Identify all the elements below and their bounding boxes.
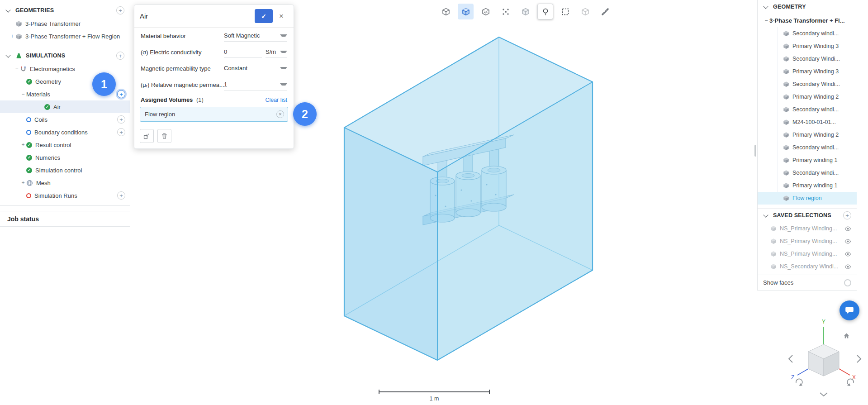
tree-item-3phase-transformer-flow-region[interactable]: + 3-Phase Transformer + Flow Region	[0, 30, 130, 43]
tree-item-air[interactable]: ✓ Air	[0, 100, 130, 113]
flow-region-box[interactable]	[344, 37, 593, 360]
geometry-tree-item[interactable]: Primary winding 1	[758, 154, 857, 167]
clear-list-link[interactable]: Clear list	[265, 97, 287, 103]
expand-icon[interactable]: +	[20, 180, 26, 186]
chevron-down-icon	[280, 83, 287, 86]
saved-selection-item[interactable]: NS_Primary Winding...	[758, 222, 857, 235]
add-coil-button[interactable]: +	[117, 115, 125, 124]
rotate-right-chevron[interactable]	[857, 355, 861, 362]
confirm-button[interactable]: ✓	[255, 9, 273, 23]
geometries-section-header[interactable]: GEOMETRIES +	[0, 4, 130, 17]
tree-item-label: Geometry	[35, 78, 61, 85]
geometry-tree-item[interactable]: Secondary windi...	[758, 141, 857, 154]
light-toggle-button[interactable]	[537, 4, 553, 19]
geometry-tree-item[interactable]: Primary Winding 2	[758, 91, 857, 103]
add-boundary-condition-button[interactable]: +	[117, 128, 125, 136]
collapse-icon[interactable]: −	[763, 17, 769, 24]
add-saved-selection-button[interactable]: +	[843, 211, 851, 219]
tree-item-numerics[interactable]: ✓ Numerics	[0, 151, 130, 164]
relative-permeability-input[interactable]: 1	[224, 79, 287, 91]
geometry-part-icon	[770, 225, 777, 232]
navigation-cube[interactable]: Y X Z	[785, 316, 864, 400]
assigned-volumes-count: (1)	[196, 96, 204, 103]
geometry-tree-item[interactable]: Secondary windi...	[758, 103, 857, 116]
measure-tool-button[interactable]	[597, 4, 613, 19]
saved-selections-header[interactable]: SAVED SELECTIONS +	[758, 209, 857, 222]
tree-item-mesh[interactable]: + Mesh	[0, 176, 130, 189]
delete-material-button[interactable]	[157, 129, 171, 143]
chat-launcher-button[interactable]	[840, 300, 859, 320]
rotate-ccw-icon[interactable]	[796, 379, 802, 386]
saved-selection-item[interactable]: NS_Primary Winding...	[758, 248, 857, 260]
wireframe-view-button[interactable]	[478, 4, 493, 19]
expand-icon[interactable]: +	[9, 33, 15, 39]
collapse-icon[interactable]: −	[20, 91, 26, 97]
job-status-bar[interactable]: Job status	[0, 211, 130, 227]
rotate-cw-icon[interactable]	[847, 379, 854, 386]
visibility-eye-icon[interactable]	[844, 225, 851, 232]
import-material-button[interactable]	[140, 129, 154, 143]
rotate-left-chevron[interactable]	[789, 355, 792, 362]
geometry-tree-item[interactable]: Primary Winding 2	[758, 129, 857, 141]
geometry-part-icon	[783, 132, 789, 138]
tree-item-simulation-runs[interactable]: Simulation Runs +	[0, 189, 130, 202]
geometry-tree-item[interactable]: Secondary Windi...	[758, 52, 857, 65]
home-icon[interactable]	[844, 334, 849, 338]
geometry-tree-item-flow-region[interactable]: Flow region	[758, 192, 857, 205]
geometry-part-icon	[770, 251, 777, 257]
saved-selection-item[interactable]: NS_Primary Winding...	[758, 235, 857, 248]
material-behavior-select[interactable]: Soft Magnetic	[224, 30, 287, 42]
geometry-tree-item[interactable]: Secondary windi...	[758, 27, 857, 40]
annotation-step-2: 2	[293, 102, 317, 126]
transparent-view-button[interactable]	[517, 4, 533, 19]
tree-item-coils[interactable]: Coils +	[0, 113, 130, 126]
add-simulation-run-button[interactable]: +	[117, 191, 125, 200]
simulations-section-header[interactable]: SIMULATIONS +	[0, 49, 130, 62]
geometry-tree-item[interactable]: Secondary Windi...	[758, 78, 857, 91]
geometry-tree-item[interactable]: M24-100-01-01...	[758, 116, 857, 129]
visibility-eye-icon[interactable]	[844, 251, 851, 257]
pending-status-icon	[26, 130, 31, 135]
geometry-tree-item[interactable]: Secondary windi...	[758, 167, 857, 179]
visibility-eye-icon[interactable]	[844, 263, 851, 270]
geometry-tree-item[interactable]: Primary Winding 3	[758, 40, 857, 52]
geometry-tree-item[interactable]: Primary winding 1	[758, 179, 857, 192]
box-select-button[interactable]	[557, 4, 573, 19]
chevron-down-icon[interactable]	[820, 393, 827, 396]
shaded-view-button[interactable]	[458, 4, 474, 19]
visibility-eye-icon[interactable]	[844, 238, 851, 245]
geometry-tree-item[interactable]: Primary Winding 3	[758, 65, 857, 78]
electric-conductivity-input[interactable]: 0	[224, 46, 262, 58]
tree-item-boundary-conditions[interactable]: Boundary conditions +	[0, 126, 130, 138]
geometry-root-item[interactable]: − 3-Phase Transformer + Fl...	[758, 14, 857, 27]
expand-icon[interactable]: +	[20, 142, 26, 148]
permeability-type-select[interactable]: Constant	[224, 62, 287, 74]
solid-view-button[interactable]	[438, 4, 454, 19]
tree-item-result-control[interactable]: + ✓ Result control	[0, 138, 130, 151]
section-view-button[interactable]	[577, 4, 593, 19]
saved-selection-item[interactable]: NS_Secondary Windi...	[758, 260, 857, 273]
geometry-section-header[interactable]: GEOMETRY	[758, 0, 857, 14]
tree-item-3phase-transformer[interactable]: 3-Phase Transformer	[0, 17, 130, 30]
check-status-icon: ✓	[26, 167, 32, 173]
geometry-tree: Secondary windi... Primary Winding 3 Sec…	[758, 27, 857, 205]
add-geometry-button[interactable]: +	[116, 6, 124, 14]
tree-item-label: Air	[53, 104, 61, 110]
field-label: Magnetic permeability type	[141, 65, 224, 72]
shaded-view-icon	[461, 7, 470, 16]
pending-status-icon	[26, 117, 31, 122]
material-panel-footer	[134, 125, 294, 148]
assignment-chip-flow-region[interactable]: Flow region ×	[140, 107, 288, 122]
bulb-icon	[541, 7, 550, 16]
panel-resize-handle[interactable]	[754, 145, 756, 157]
remove-assignment-button[interactable]: ×	[276, 110, 284, 118]
conductivity-unit-select[interactable]: S/m	[266, 46, 287, 58]
explode-view-button[interactable]	[498, 4, 513, 19]
show-faces-toggle[interactable]	[844, 279, 851, 286]
close-button[interactable]: ×	[275, 9, 288, 23]
tree-item-simulation-control[interactable]: ✓ Simulation control	[0, 164, 130, 176]
collapse-icon[interactable]: −	[14, 66, 20, 72]
add-material-button[interactable]: +	[117, 90, 125, 98]
add-simulation-button[interactable]: +	[116, 52, 124, 60]
tree-item-electromagnetics[interactable]: − Electromagnetics	[0, 62, 130, 75]
